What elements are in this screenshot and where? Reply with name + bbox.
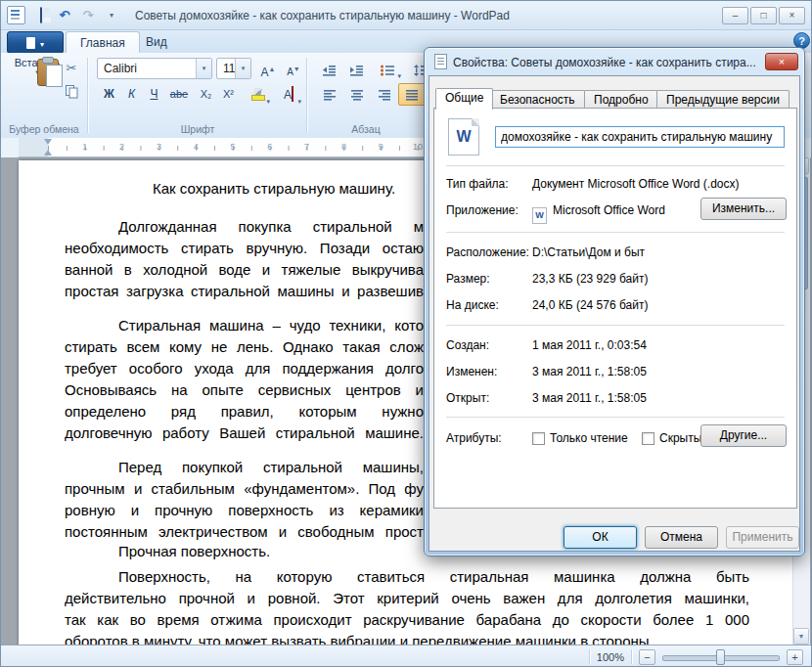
align-left-button[interactable] (316, 83, 343, 106)
align-left-icon (324, 89, 337, 101)
ruler-number: 4 (188, 142, 203, 152)
dialog-body: Общие Безопасность Подробно Предыдущие в… (429, 75, 800, 552)
dialog-title: Свойства: Советы домохозяйке - как сохра… (453, 56, 755, 69)
align-center-icon (351, 89, 364, 101)
ruler-number: 8 (336, 142, 351, 152)
decrease-indent-icon (323, 65, 337, 76)
minimize-button[interactable]: – (722, 7, 748, 24)
tab-view[interactable]: Вид (132, 31, 181, 53)
first-line-indent-marker[interactable] (44, 139, 52, 145)
list-button[interactable]: ▾ (371, 58, 404, 81)
bulleted-list-icon (381, 65, 394, 76)
apply-button[interactable]: Применить (726, 526, 799, 549)
dialog-close-button[interactable]: × (765, 53, 798, 70)
chevron-down-icon[interactable]: ▾ (196, 59, 211, 78)
redo-button[interactable]: ↷ (78, 7, 98, 24)
status-bar: 100% − + (1, 645, 811, 667)
document-heading: Как сохранить стиральную машину. (153, 180, 395, 197)
document-line: необходимость стирать вручную. Позади ос… (65, 238, 424, 259)
zoom-slider-thumb[interactable] (716, 649, 725, 665)
qat-customize-dropdown-icon[interactable]: ▾ (102, 7, 121, 24)
document-line: Поверхность, на которую ставиться стирал… (65, 566, 749, 588)
separator (446, 232, 785, 233)
other-attributes-button[interactable]: Другие... (700, 424, 787, 447)
paste-button[interactable]: Вставить ▾ (13, 57, 62, 121)
quick-access-toolbar: ↶ ↷ ▾ (31, 7, 121, 24)
shrink-font-button[interactable]: А▼ (281, 58, 306, 81)
down-arrow-icon: ▼ (293, 66, 300, 72)
undo-button[interactable]: ↶ (55, 7, 74, 24)
zoom-out-button[interactable]: − (639, 649, 655, 665)
italic-button[interactable]: К (119, 83, 144, 106)
justify-button[interactable] (398, 83, 426, 106)
document-line: Основываясь на опыте сервисных центров и (65, 379, 424, 401)
font-name-combo[interactable]: Calibri ▾ (97, 58, 212, 79)
tab-security[interactable]: Безопасность (490, 90, 585, 110)
chevron-down-icon[interactable]: ▾ (235, 59, 250, 78)
document-line: действительно прочной и ровной. Этот кри… (65, 588, 749, 609)
titlebar: ↶ ↷ ▾ Советы домохозяйке - как сохранить… (1, 1, 811, 30)
document-line: простая загрузка стиральной машины и раз… (65, 281, 424, 302)
highlight-color-button[interactable]: ▾ (242, 83, 273, 106)
tab-home[interactable]: Главная (66, 31, 140, 54)
tab-details[interactable]: Подробно (584, 90, 658, 110)
bold-button[interactable]: Ж (97, 83, 121, 106)
accessed-row: Открыт:3 мая 2011 г., 1:58:05 (434, 391, 796, 407)
left-indent-marker[interactable] (44, 150, 52, 156)
wordpad-window: ↶ ↷ ▾ Советы домохозяйке - как сохранить… (0, 0, 812, 667)
up-arrow-icon: ▲ (269, 66, 276, 72)
font-group-label: Шрифт (89, 123, 306, 135)
increase-indent-icon (350, 65, 364, 76)
decrease-indent-button[interactable] (316, 58, 343, 81)
paragraph: Перед покупкой стиральной машины,прочным… (65, 457, 424, 543)
separator (446, 165, 785, 166)
highlighter-icon (251, 88, 264, 101)
close-button[interactable]: × (779, 7, 805, 24)
change-button[interactable]: Изменить... (700, 198, 787, 220)
tab-previous-versions[interactable]: Предыдущие версии (656, 90, 789, 110)
application-menu-button[interactable]: ▾ (7, 31, 64, 54)
cancel-button[interactable]: Отмена (645, 526, 718, 549)
ruler-number: 2 (114, 142, 130, 152)
align-center-button[interactable] (343, 83, 371, 106)
modified-row: Изменен:3 мая 2011 г., 1:58:05 (434, 365, 796, 380)
grow-font-button[interactable]: А▲ (255, 58, 281, 81)
zoom-in-button[interactable]: + (787, 649, 803, 665)
zoom-level: 100% (597, 651, 624, 663)
ruler-number: 6 (262, 142, 278, 152)
maximize-button[interactable]: □ (750, 7, 777, 24)
general-tab-page: W Тип файла:Документ Microsoft Office Wo… (433, 108, 797, 509)
zoom-slider[interactable] (662, 649, 780, 665)
superscript-button[interactable]: X² (216, 83, 241, 106)
window-title: Советы домохозяйке - как сохранить стира… (135, 9, 510, 22)
ruler-number: 7 (299, 142, 315, 152)
font-color-swatch (292, 86, 293, 102)
font-color-button[interactable]: А▾ (273, 83, 304, 106)
strikethrough-button[interactable]: abe (164, 83, 194, 106)
readonly-label: Только чтение (550, 431, 628, 445)
copy-button[interactable] (60, 81, 83, 102)
document-subheading: Прочная поверхность. (118, 543, 270, 559)
size-row: Размер:23,3 КБ (23 929 байт) (434, 272, 796, 288)
font-size-value: 11 (223, 59, 235, 78)
document-line: стирать всем кому не лень. Однако такая … (65, 336, 424, 358)
align-right-button[interactable] (371, 83, 398, 106)
underline-button[interactable]: Ч (142, 83, 166, 106)
wordpad-app-icon[interactable] (7, 6, 25, 24)
hidden-checkbox[interactable] (642, 432, 654, 445)
clipboard-group-label: Буфер обмена (1, 123, 87, 135)
divider (589, 649, 590, 664)
filename-input[interactable] (495, 126, 785, 148)
tab-general[interactable]: Общие (435, 88, 493, 110)
group-divider (306, 58, 307, 133)
scroll-down-button[interactable]: ▼ (793, 628, 809, 645)
ok-button[interactable]: ОК (564, 526, 637, 549)
save-button[interactable] (31, 7, 51, 24)
file-type-row: Тип файла:Документ Microsoft Office Word… (434, 177, 796, 193)
ruler-number: 3 (151, 142, 166, 152)
font-size-combo[interactable]: 11 ▾ (216, 58, 251, 79)
readonly-checkbox[interactable] (532, 432, 545, 445)
increase-indent-button[interactable] (343, 58, 371, 81)
cut-button[interactable]: ✂ (60, 59, 83, 79)
subscript-button[interactable]: X₂ (194, 83, 218, 106)
